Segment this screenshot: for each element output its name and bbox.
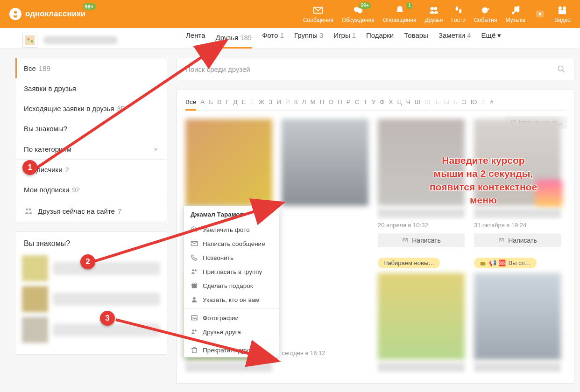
nav-music[interactable]: Музыка	[505, 5, 525, 23]
alpha-letter[interactable]: О	[328, 98, 333, 105]
alpha-letter[interactable]: Б	[209, 98, 213, 105]
step-marker-3: 3	[100, 311, 115, 326]
tab-friends[interactable]: Друзья189	[216, 34, 252, 49]
alpha-letter[interactable]: Т	[363, 98, 367, 105]
status-pill[interactable]: 📢 🆘 Вы сп…	[474, 258, 537, 268]
side-requests-out[interactable]: Исходящие заявки в друзья35	[15, 98, 167, 119]
nav-friends[interactable]: Друзья	[424, 5, 443, 23]
alpha-letter[interactable]: В	[217, 98, 221, 105]
alpha-letter[interactable]: Д	[233, 98, 237, 105]
svg-point-3	[431, 7, 434, 10]
alpha-letter[interactable]: Л	[302, 98, 306, 105]
side-followers[interactable]: Подписчики2	[15, 160, 167, 180]
side-online-now[interactable]: Друзья сейчас на сайте7	[15, 200, 167, 222]
top-nav: Сообщения 99+ Обсуждения 1 Оповещения Др…	[303, 5, 571, 23]
alpha-letter[interactable]: Ч	[406, 98, 410, 105]
alpha-letter[interactable]: М	[310, 98, 315, 105]
friend-photo[interactable]	[378, 273, 465, 360]
ctx-zoom-photo[interactable]: Увеличить фото	[184, 223, 279, 237]
svg-point-7	[481, 7, 488, 13]
alpha-letter[interactable]: И	[276, 98, 281, 105]
alpha-letter: Я	[481, 98, 486, 105]
step-marker-2: 2	[80, 254, 95, 269]
tab-feed[interactable]: Лента	[186, 31, 205, 45]
profile-mini[interactable]	[22, 33, 118, 48]
svg-point-13	[27, 38, 29, 41]
ctx-photos[interactable]: Фотографии	[184, 311, 279, 325]
ctx-gift[interactable]: Сделать подарок	[184, 279, 279, 293]
suggest-item[interactable]	[22, 286, 160, 312]
svg-point-28	[195, 329, 197, 331]
svg-point-22	[195, 269, 197, 271]
alpha-letter[interactable]: А	[200, 98, 205, 105]
alpha-letter[interactable]: Э	[462, 98, 467, 105]
alpha-letter[interactable]: З	[269, 98, 272, 105]
alpha-letter[interactable]: К	[294, 98, 298, 105]
envelope-icon	[191, 240, 198, 247]
alpha-letter[interactable]: П	[338, 98, 342, 105]
side-suggestions[interactable]: Вы знакомы?	[15, 119, 167, 139]
tab-notes[interactable]: Заметки4	[439, 31, 471, 45]
play-icon	[534, 9, 546, 19]
message-button[interactable]: Написать	[474, 233, 561, 247]
message-button[interactable]: Написать	[378, 233, 465, 247]
tab-more[interactable]: Ещё ▾	[481, 31, 502, 45]
chevron-right-icon: ▸	[155, 145, 158, 153]
side-categories[interactable]: По категориям▸	[15, 139, 167, 159]
alpha-letter: Ь	[453, 98, 458, 105]
alpha-letter[interactable]: Х	[389, 98, 393, 105]
side-requests-in[interactable]: Заявки в друзья	[15, 78, 167, 98]
alpha-letter[interactable]: Ф	[380, 98, 384, 105]
tab-groups[interactable]: Группы3	[294, 31, 323, 45]
status-pill[interactable]: Набираем новы…	[378, 258, 440, 268]
svg-rect-11	[559, 10, 566, 14]
main-area: Поиск среди друзей ВсеАБВГДЕЁЖЗИЙКЛМНОПР…	[177, 58, 574, 392]
friend-photo[interactable]	[474, 273, 561, 360]
nav-label: Видео	[554, 17, 571, 23]
alpha-letter[interactable]: Все	[185, 98, 196, 111]
friend-photo[interactable]	[185, 119, 272, 206]
nav-events[interactable]: События	[474, 5, 497, 23]
ctx-mutual[interactable]: Друзья друга	[184, 325, 279, 339]
tab-gifts[interactable]: Подарки	[366, 31, 394, 45]
ctx-unfriend[interactable]: Прекратить дружбу	[184, 343, 279, 357]
context-menu: Джамал Тарамов Увеличить фото Написать с…	[184, 206, 279, 357]
alphabet-filter: ВсеАБВГДЕЁЖЗИЙКЛМНОПРСТУФХЦЧШЩЪЫЬЭЮЯ#	[185, 98, 566, 111]
ctx-relation[interactable]: Указать, кто он вам	[184, 293, 279, 307]
friend-search[interactable]: Поиск среди друзей	[177, 58, 574, 80]
alpha-letter[interactable]: Е	[242, 98, 246, 105]
alpha-letter[interactable]: Г	[226, 98, 229, 105]
alpha-letter[interactable]: Ц	[397, 98, 402, 105]
alpha-letter: Щ	[424, 98, 431, 105]
alpha-letter[interactable]: Н	[320, 98, 325, 105]
annotation-hint: Наведите курсор мыши на 2 секунды, появи…	[406, 154, 560, 207]
tab-games[interactable]: Игры1	[333, 31, 356, 45]
site-logo[interactable]: одноклассники 99+	[9, 8, 85, 20]
nav-play[interactable]	[534, 5, 546, 23]
nav-guests[interactable]: Гости	[451, 5, 466, 23]
friend-card[interactable]: Джамал Тарамов Увеличить фото Написать с…	[282, 119, 368, 375]
ctx-call[interactable]: Позвонить	[184, 251, 279, 265]
step-marker-1: 1	[22, 160, 37, 175]
alpha-letter[interactable]: Ж	[259, 98, 264, 105]
side-subscriptions[interactable]: Мои подписки92	[15, 180, 167, 200]
svg-rect-29	[481, 262, 486, 266]
friend-photo[interactable]	[282, 119, 368, 206]
alpha-letter[interactable]: Ш	[415, 98, 420, 105]
ctx-message[interactable]: Написать сообщение	[184, 237, 279, 251]
nav-discussions[interactable]: 99+ Обсуждения	[342, 5, 375, 23]
ctx-invite-group[interactable]: Пригласить в группу	[184, 265, 279, 279]
suggest-item[interactable]	[22, 317, 160, 343]
alpha-letter[interactable]: Ю	[471, 98, 477, 105]
tab-goods[interactable]: Товары	[404, 31, 428, 45]
alpha-letter[interactable]: У	[372, 98, 376, 105]
alpha-letter[interactable]: #	[490, 98, 494, 105]
alpha-letter[interactable]: С	[355, 98, 360, 105]
alpha-letter[interactable]: Р	[347, 98, 351, 105]
nav-video[interactable]: Видео	[554, 5, 571, 23]
nav-notifications[interactable]: 1 Оповещения	[383, 5, 417, 23]
tab-photo[interactable]: Фото1	[262, 31, 284, 45]
nav-messages[interactable]: Сообщения	[303, 5, 333, 23]
side-all[interactable]: Все189	[15, 58, 167, 78]
svg-point-5	[455, 6, 458, 10]
